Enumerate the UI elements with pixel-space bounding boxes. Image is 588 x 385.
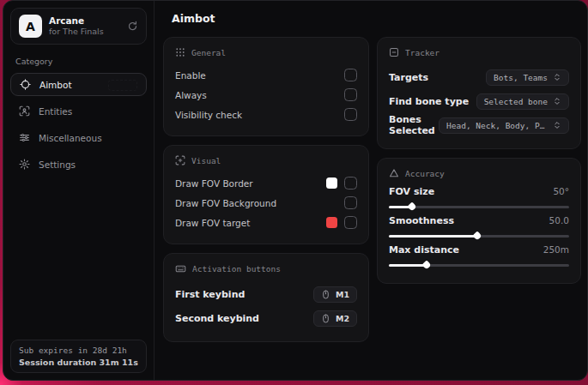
slider-value: 50.0	[549, 215, 569, 226]
setting-row: Second keybind M2	[175, 306, 357, 330]
brand-name: Arcane	[49, 15, 120, 27]
section-title: Visual	[191, 156, 221, 165]
tracker-card: Tracker Targets Bots, Teams	[377, 37, 581, 149]
grid-icon	[175, 47, 185, 57]
setting-row: Draw FOV Border	[175, 173, 357, 193]
gear-icon	[19, 159, 30, 170]
draw-fov-border-checkbox[interactable]	[344, 177, 357, 189]
fov-size-slider-group: FOV size 50°	[389, 186, 569, 210]
triangle-icon	[389, 168, 399, 178]
fov-size-slider[interactable]	[389, 203, 569, 210]
sliders-icon	[19, 132, 30, 143]
setting-label: Enable	[175, 70, 206, 81]
setting-row: Enable	[175, 65, 357, 85]
brand-subtitle: for The Finals	[49, 27, 120, 37]
subscription-card: Sub expires in 28d 21h Session duration …	[10, 340, 147, 373]
dropdown-value: Head, Neck, Body, Pe..	[446, 121, 548, 130]
setting-label: Bones Selected	[389, 114, 439, 136]
sub-expiry-text: Sub expires in 28d 21h	[19, 346, 138, 355]
sync-icon[interactable]	[127, 21, 138, 32]
category-label: Category	[15, 57, 142, 66]
setting-label: First keybind	[175, 289, 245, 300]
slider-value: 50°	[553, 186, 569, 196]
dropdown-value: Selected bone	[484, 97, 548, 106]
setting-row: Bones Selected Head, Neck, Body, Pe..	[389, 113, 569, 137]
slider-label: Max distance	[389, 244, 459, 256]
enable-checkbox[interactable]	[344, 69, 357, 81]
always-checkbox[interactable]	[344, 88, 357, 101]
chevron-up-down-icon	[553, 73, 561, 81]
slider-thumb[interactable]	[472, 231, 482, 240]
setting-label: Second keybind	[175, 313, 259, 324]
sidebar-item-label: Entities	[39, 106, 72, 117]
setting-row: Draw FOV target	[175, 213, 357, 232]
sidebar-item-label: Miscellaneous	[39, 133, 102, 143]
sidebar-item-label: Aimbot	[39, 80, 72, 90]
setting-row: Find bone type Selected bone	[389, 89, 569, 113]
slider-label: Smoothness	[389, 215, 454, 226]
session-duration-text: Session duration 31m 11s	[19, 358, 138, 367]
draw-fov-target-checkbox[interactable]	[344, 216, 357, 229]
fov-border-color-swatch[interactable]	[326, 177, 337, 189]
setting-label: Find bone type	[389, 96, 469, 107]
max-distance-slider-group: Max distance 250m	[389, 244, 569, 268]
section-title: General	[191, 48, 226, 57]
setting-row: First keybind M1	[175, 282, 357, 306]
slider-thumb[interactable]	[408, 202, 417, 211]
setting-label: Always	[175, 90, 207, 100]
keybind-value: M1	[336, 290, 349, 299]
general-card: General Enable Always Visibility check	[163, 37, 369, 136]
entities-icon	[19, 105, 30, 117]
crosshair-icon	[20, 79, 31, 90]
target-box-icon	[389, 47, 399, 57]
sidebar-item-aimbot[interactable]: Aimbot	[10, 73, 147, 96]
sidebar-item-miscellaneous[interactable]: Miscellaneous	[10, 126, 147, 149]
draw-fov-background-checkbox[interactable]	[344, 196, 357, 209]
find-bone-type-dropdown[interactable]: Selected bone	[476, 93, 569, 110]
section-title: Activation buttons	[192, 264, 281, 274]
chevron-up-down-icon	[553, 121, 561, 129]
focus-icon	[175, 155, 185, 165]
visibility-check-checkbox[interactable]	[344, 108, 357, 121]
main-content: Aimbot General	[155, 1, 588, 380]
brand-card: A Arcane for The Finals	[10, 8, 147, 45]
setting-row: Draw FOV Background	[175, 193, 357, 213]
dropdown-value: Bots, Teams	[494, 73, 548, 82]
chevron-up-down-icon	[553, 97, 561, 105]
smoothness-slider[interactable]	[389, 232, 569, 239]
slider-thumb[interactable]	[421, 260, 431, 269]
sidebar-item-label: Settings	[39, 159, 76, 170]
keyboard-icon	[175, 263, 186, 274]
bones-selected-dropdown[interactable]: Head, Neck, Body, Pe..	[439, 117, 569, 134]
page-title: Aimbot	[172, 12, 581, 25]
targets-dropdown[interactable]: Bots, Teams	[486, 69, 569, 86]
setting-label: Targets	[389, 72, 428, 83]
second-keybind-button[interactable]: M2	[313, 310, 357, 327]
brand-logo: A	[19, 15, 42, 38]
active-item-glow	[108, 80, 137, 91]
setting-label: Draw FOV target	[175, 218, 250, 228]
sidebar: A Arcane for The Finals Category Aimbot	[3, 1, 155, 380]
visual-card: Visual Draw FOV Border Draw FOV Backgrou…	[163, 145, 369, 244]
slider-value: 250m	[543, 244, 569, 255]
mouse-icon	[321, 314, 330, 323]
setting-row: Targets Bots, Teams	[389, 65, 569, 89]
fov-target-color-swatch[interactable]	[326, 217, 337, 228]
section-title: Accuracy	[405, 169, 445, 178]
slider-label: FOV size	[389, 186, 434, 197]
setting-label: Draw FOV Background	[175, 198, 276, 208]
setting-row: Visibility check	[175, 105, 357, 124]
sidebar-item-settings[interactable]: Settings	[10, 153, 147, 176]
setting-row: Always	[175, 85, 357, 105]
keybind-value: M2	[336, 314, 349, 323]
setting-label: Visibility check	[175, 110, 242, 120]
activation-card: Activation buttons First keybind M1	[163, 253, 369, 342]
smoothness-slider-group: Smoothness 50.0	[389, 215, 569, 239]
app-window: A Arcane for The Finals Category Aimbot	[3, 0, 588, 381]
max-distance-slider[interactable]	[389, 262, 569, 268]
section-title: Tracker	[405, 48, 439, 57]
setting-label: Draw FOV Border	[175, 178, 253, 189]
sidebar-item-entities[interactable]: Entities	[10, 99, 147, 123]
first-keybind-button[interactable]: M1	[313, 286, 357, 303]
mouse-icon	[321, 290, 330, 299]
